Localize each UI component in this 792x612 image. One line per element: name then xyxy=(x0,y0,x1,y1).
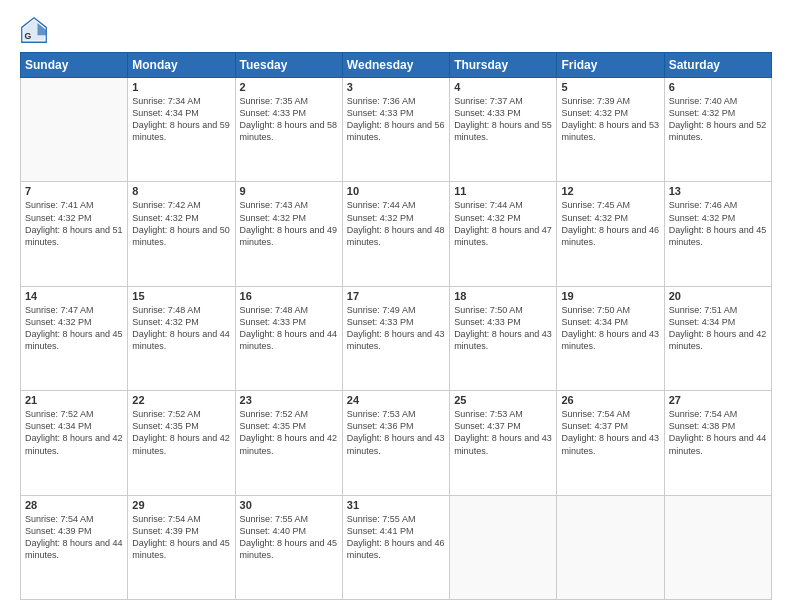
calendar-cell: 7Sunrise: 7:41 AMSunset: 4:32 PMDaylight… xyxy=(21,182,128,286)
cell-info: Sunrise: 7:53 AMSunset: 4:37 PMDaylight:… xyxy=(454,408,552,457)
day-number: 10 xyxy=(347,185,445,197)
day-number: 24 xyxy=(347,394,445,406)
calendar-cell: 21Sunrise: 7:52 AMSunset: 4:34 PMDayligh… xyxy=(21,391,128,495)
cell-info: Sunrise: 7:53 AMSunset: 4:36 PMDaylight:… xyxy=(347,408,445,457)
calendar-cell: 13Sunrise: 7:46 AMSunset: 4:32 PMDayligh… xyxy=(664,182,771,286)
day-number: 1 xyxy=(132,81,230,93)
day-number: 13 xyxy=(669,185,767,197)
calendar-week-row: 1Sunrise: 7:34 AMSunset: 4:34 PMDaylight… xyxy=(21,78,772,182)
cell-info: Sunrise: 7:41 AMSunset: 4:32 PMDaylight:… xyxy=(25,199,123,248)
day-number: 7 xyxy=(25,185,123,197)
day-number: 2 xyxy=(240,81,338,93)
day-number: 19 xyxy=(561,290,659,302)
cell-info: Sunrise: 7:52 AMSunset: 4:35 PMDaylight:… xyxy=(132,408,230,457)
day-number: 6 xyxy=(669,81,767,93)
weekday-header: Sunday xyxy=(21,53,128,78)
day-number: 9 xyxy=(240,185,338,197)
calendar-cell: 28Sunrise: 7:54 AMSunset: 4:39 PMDayligh… xyxy=(21,495,128,599)
calendar-cell: 4Sunrise: 7:37 AMSunset: 4:33 PMDaylight… xyxy=(450,78,557,182)
cell-info: Sunrise: 7:36 AMSunset: 4:33 PMDaylight:… xyxy=(347,95,445,144)
weekday-header-row: SundayMondayTuesdayWednesdayThursdayFrid… xyxy=(21,53,772,78)
day-number: 25 xyxy=(454,394,552,406)
calendar-cell: 27Sunrise: 7:54 AMSunset: 4:38 PMDayligh… xyxy=(664,391,771,495)
weekday-header: Saturday xyxy=(664,53,771,78)
calendar-week-row: 14Sunrise: 7:47 AMSunset: 4:32 PMDayligh… xyxy=(21,286,772,390)
calendar-cell: 23Sunrise: 7:52 AMSunset: 4:35 PMDayligh… xyxy=(235,391,342,495)
day-number: 22 xyxy=(132,394,230,406)
weekday-header: Friday xyxy=(557,53,664,78)
calendar-cell: 17Sunrise: 7:49 AMSunset: 4:33 PMDayligh… xyxy=(342,286,449,390)
calendar-cell: 20Sunrise: 7:51 AMSunset: 4:34 PMDayligh… xyxy=(664,286,771,390)
calendar-cell: 2Sunrise: 7:35 AMSunset: 4:33 PMDaylight… xyxy=(235,78,342,182)
cell-info: Sunrise: 7:49 AMSunset: 4:33 PMDaylight:… xyxy=(347,304,445,353)
calendar-week-row: 21Sunrise: 7:52 AMSunset: 4:34 PMDayligh… xyxy=(21,391,772,495)
calendar-table: SundayMondayTuesdayWednesdayThursdayFrid… xyxy=(20,52,772,600)
day-number: 23 xyxy=(240,394,338,406)
cell-info: Sunrise: 7:50 AMSunset: 4:33 PMDaylight:… xyxy=(454,304,552,353)
day-number: 15 xyxy=(132,290,230,302)
calendar-week-row: 7Sunrise: 7:41 AMSunset: 4:32 PMDaylight… xyxy=(21,182,772,286)
calendar-cell: 1Sunrise: 7:34 AMSunset: 4:34 PMDaylight… xyxy=(128,78,235,182)
day-number: 14 xyxy=(25,290,123,302)
cell-info: Sunrise: 7:44 AMSunset: 4:32 PMDaylight:… xyxy=(347,199,445,248)
calendar-cell: 25Sunrise: 7:53 AMSunset: 4:37 PMDayligh… xyxy=(450,391,557,495)
cell-info: Sunrise: 7:45 AMSunset: 4:32 PMDaylight:… xyxy=(561,199,659,248)
cell-info: Sunrise: 7:43 AMSunset: 4:32 PMDaylight:… xyxy=(240,199,338,248)
calendar-cell xyxy=(557,495,664,599)
calendar-cell: 8Sunrise: 7:42 AMSunset: 4:32 PMDaylight… xyxy=(128,182,235,286)
calendar-cell: 30Sunrise: 7:55 AMSunset: 4:40 PMDayligh… xyxy=(235,495,342,599)
calendar-cell xyxy=(450,495,557,599)
calendar-cell: 16Sunrise: 7:48 AMSunset: 4:33 PMDayligh… xyxy=(235,286,342,390)
logo-icon: G xyxy=(20,16,48,44)
cell-info: Sunrise: 7:40 AMSunset: 4:32 PMDaylight:… xyxy=(669,95,767,144)
weekday-header: Tuesday xyxy=(235,53,342,78)
cell-info: Sunrise: 7:54 AMSunset: 4:38 PMDaylight:… xyxy=(669,408,767,457)
cell-info: Sunrise: 7:44 AMSunset: 4:32 PMDaylight:… xyxy=(454,199,552,248)
day-number: 3 xyxy=(347,81,445,93)
calendar-cell: 5Sunrise: 7:39 AMSunset: 4:32 PMDaylight… xyxy=(557,78,664,182)
calendar-cell: 19Sunrise: 7:50 AMSunset: 4:34 PMDayligh… xyxy=(557,286,664,390)
day-number: 26 xyxy=(561,394,659,406)
day-number: 31 xyxy=(347,499,445,511)
page-header: G xyxy=(20,16,772,44)
cell-info: Sunrise: 7:42 AMSunset: 4:32 PMDaylight:… xyxy=(132,199,230,248)
day-number: 20 xyxy=(669,290,767,302)
calendar-cell: 15Sunrise: 7:48 AMSunset: 4:32 PMDayligh… xyxy=(128,286,235,390)
day-number: 4 xyxy=(454,81,552,93)
calendar-cell: 29Sunrise: 7:54 AMSunset: 4:39 PMDayligh… xyxy=(128,495,235,599)
weekday-header: Thursday xyxy=(450,53,557,78)
cell-info: Sunrise: 7:52 AMSunset: 4:35 PMDaylight:… xyxy=(240,408,338,457)
cell-info: Sunrise: 7:55 AMSunset: 4:40 PMDaylight:… xyxy=(240,513,338,562)
cell-info: Sunrise: 7:55 AMSunset: 4:41 PMDaylight:… xyxy=(347,513,445,562)
calendar-cell: 11Sunrise: 7:44 AMSunset: 4:32 PMDayligh… xyxy=(450,182,557,286)
day-number: 30 xyxy=(240,499,338,511)
calendar-cell: 14Sunrise: 7:47 AMSunset: 4:32 PMDayligh… xyxy=(21,286,128,390)
day-number: 11 xyxy=(454,185,552,197)
day-number: 16 xyxy=(240,290,338,302)
day-number: 27 xyxy=(669,394,767,406)
calendar-page: G SundayMondayTuesdayWednesdayThursdayFr… xyxy=(0,0,792,612)
cell-info: Sunrise: 7:48 AMSunset: 4:33 PMDaylight:… xyxy=(240,304,338,353)
day-number: 29 xyxy=(132,499,230,511)
day-number: 28 xyxy=(25,499,123,511)
day-number: 5 xyxy=(561,81,659,93)
calendar-cell: 22Sunrise: 7:52 AMSunset: 4:35 PMDayligh… xyxy=(128,391,235,495)
weekday-header: Monday xyxy=(128,53,235,78)
calendar-cell: 26Sunrise: 7:54 AMSunset: 4:37 PMDayligh… xyxy=(557,391,664,495)
cell-info: Sunrise: 7:39 AMSunset: 4:32 PMDaylight:… xyxy=(561,95,659,144)
cell-info: Sunrise: 7:52 AMSunset: 4:34 PMDaylight:… xyxy=(25,408,123,457)
calendar-cell: 6Sunrise: 7:40 AMSunset: 4:32 PMDaylight… xyxy=(664,78,771,182)
cell-info: Sunrise: 7:54 AMSunset: 4:39 PMDaylight:… xyxy=(25,513,123,562)
logo: G xyxy=(20,16,52,44)
calendar-cell: 24Sunrise: 7:53 AMSunset: 4:36 PMDayligh… xyxy=(342,391,449,495)
cell-info: Sunrise: 7:35 AMSunset: 4:33 PMDaylight:… xyxy=(240,95,338,144)
svg-marker-2 xyxy=(38,23,47,35)
calendar-cell: 9Sunrise: 7:43 AMSunset: 4:32 PMDaylight… xyxy=(235,182,342,286)
cell-info: Sunrise: 7:54 AMSunset: 4:37 PMDaylight:… xyxy=(561,408,659,457)
calendar-cell xyxy=(664,495,771,599)
cell-info: Sunrise: 7:54 AMSunset: 4:39 PMDaylight:… xyxy=(132,513,230,562)
weekday-header: Wednesday xyxy=(342,53,449,78)
day-number: 21 xyxy=(25,394,123,406)
cell-info: Sunrise: 7:34 AMSunset: 4:34 PMDaylight:… xyxy=(132,95,230,144)
calendar-week-row: 28Sunrise: 7:54 AMSunset: 4:39 PMDayligh… xyxy=(21,495,772,599)
